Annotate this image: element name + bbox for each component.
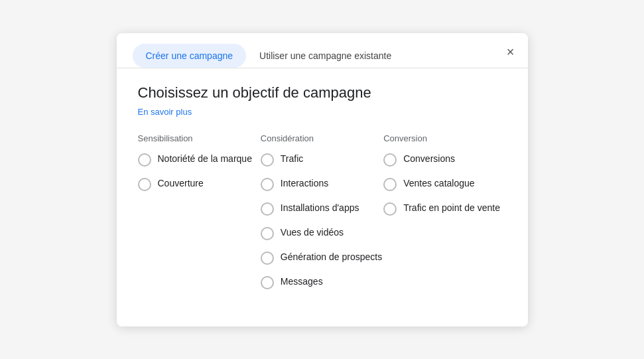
option-vues-videos[interactable]: Vues de vidéos	[261, 226, 383, 240]
option-installations[interactable]: Installations d'apps	[261, 202, 383, 216]
label-vues-videos: Vues de vidéos	[281, 226, 344, 240]
radio-installations	[261, 202, 274, 216]
campaign-dialog: Créer une campagne Utiliser une campagne…	[117, 33, 528, 326]
columns-container: Sensibilisation Notoriété de la marque C…	[138, 133, 507, 300]
dialog-tabs: Créer une campagne Utiliser une campagne…	[117, 33, 528, 68]
column-conversion: Conversion Conversions Ventes catalogue …	[383, 133, 506, 300]
label-conversions: Conversions	[403, 153, 455, 166]
radio-messages	[261, 276, 274, 289]
column-title-sensibilisation: Sensibilisation	[138, 133, 261, 143]
radio-notoriete	[138, 153, 151, 167]
radio-couverture	[138, 178, 151, 191]
radio-interactions	[261, 178, 274, 191]
learn-more-link[interactable]: En savoir plus	[138, 107, 192, 117]
radio-trafic	[261, 153, 274, 167]
radio-trafic-point-vente	[383, 202, 397, 216]
label-ventes-catalogue: Ventes catalogue	[403, 177, 474, 190]
tab-use-existing[interactable]: Utiliser une campagne existante	[246, 44, 405, 68]
column-consideration: Considération Trafic Interactions Instal…	[261, 133, 383, 300]
option-generation[interactable]: Génération de prospects	[261, 251, 383, 265]
label-couverture: Couverture	[158, 177, 204, 190]
radio-vues-videos	[261, 227, 274, 240]
label-notoriete: Notoriété de la marque	[158, 153, 252, 166]
option-conversions[interactable]: Conversions	[383, 153, 506, 167]
option-trafic-point-vente[interactable]: Trafic en point de vente	[383, 202, 506, 216]
label-installations: Installations d'apps	[281, 202, 359, 215]
dialog-title: Choisissez un objectif de campagne	[138, 84, 507, 102]
option-couverture[interactable]: Couverture	[138, 177, 261, 191]
label-generation: Génération de prospects	[281, 251, 382, 264]
option-messages[interactable]: Messages	[261, 275, 383, 289]
label-messages: Messages	[281, 275, 323, 289]
radio-generation	[261, 251, 274, 265]
label-trafic: Trafic	[281, 153, 303, 166]
radio-conversions	[383, 153, 397, 167]
column-title-consideration: Considération	[261, 133, 383, 143]
label-interactions: Interactions	[281, 177, 328, 190]
label-trafic-point-vente: Trafic en point de vente	[403, 202, 500, 215]
close-button[interactable]: ×	[504, 42, 517, 61]
option-ventes-catalogue[interactable]: Ventes catalogue	[383, 177, 506, 191]
radio-ventes-catalogue	[383, 178, 397, 191]
option-interactions[interactable]: Interactions	[261, 177, 383, 191]
dialog-body: Choisissez un objectif de campagne En sa…	[117, 68, 528, 305]
option-trafic[interactable]: Trafic	[261, 153, 383, 167]
column-sensibilisation: Sensibilisation Notoriété de la marque C…	[138, 133, 261, 300]
option-notoriete[interactable]: Notoriété de la marque	[138, 153, 261, 167]
tab-create-campaign[interactable]: Créer une campagne	[133, 44, 247, 68]
column-title-conversion: Conversion	[383, 133, 506, 143]
